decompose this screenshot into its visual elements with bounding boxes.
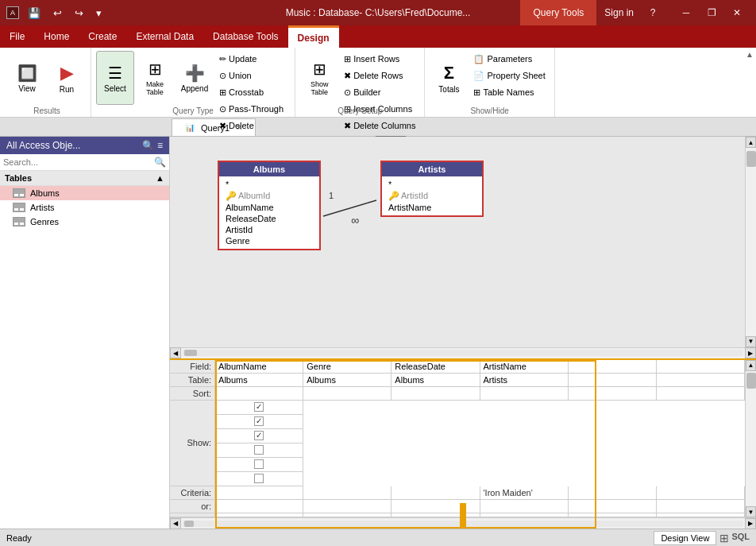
grid-hscroll-left[interactable]: ◀ xyxy=(170,518,181,529)
hscroll-left[interactable]: ◀ xyxy=(170,347,181,358)
sidebar-item-genres[interactable]: Genres xyxy=(0,215,169,229)
select-button[interactable]: ☰ Select xyxy=(96,51,134,105)
ribbon-collapse-button[interactable]: ▲ xyxy=(743,48,756,60)
show-genre[interactable] xyxy=(215,415,303,429)
show-albumname[interactable] xyxy=(215,401,303,415)
update-button[interactable]: ✏ Update xyxy=(215,51,290,67)
sign-in-text[interactable]: Sign in xyxy=(604,7,634,18)
show-col6[interactable] xyxy=(215,472,303,486)
design-vscroll[interactable]: ▲ ▼ xyxy=(745,137,756,347)
grid-hscroll-right[interactable]: ▶ xyxy=(745,518,756,529)
table-releasedate[interactable]: Albums xyxy=(392,373,480,386)
grid-vscroll[interactable]: ▲ ▼ xyxy=(745,360,756,518)
field-artistname[interactable]: ArtistName xyxy=(480,360,568,374)
vscroll-up[interactable]: ▲ xyxy=(746,137,756,148)
customize-button[interactable]: ▾ xyxy=(92,6,106,21)
or-genre[interactable] xyxy=(303,500,392,513)
show-artistname[interactable] xyxy=(215,443,303,458)
sort-releasedate[interactable] xyxy=(392,386,480,400)
menu-create[interactable]: Create xyxy=(79,25,126,48)
restore-button[interactable]: ❐ xyxy=(699,0,724,25)
crosstab-button[interactable]: ⊞ Crosstab xyxy=(215,84,290,100)
table-names-button[interactable]: ⊞ Table Names xyxy=(469,84,549,100)
field-releasedate[interactable]: ReleaseDate xyxy=(392,360,480,374)
show-albumname-checkbox[interactable] xyxy=(254,402,264,412)
field-genre[interactable]: Genre xyxy=(303,360,392,374)
extra1-col2[interactable] xyxy=(303,513,392,517)
run-button[interactable]: ▶ Run xyxy=(48,51,86,105)
append-button[interactable]: ➕ Append xyxy=(176,51,214,105)
show-releasedate-checkbox[interactable] xyxy=(254,431,264,440)
table-albumname[interactable]: Albums xyxy=(215,373,303,386)
or-albumname[interactable] xyxy=(215,500,303,513)
menu-file[interactable]: File xyxy=(0,25,34,48)
hscroll-right[interactable]: ▶ xyxy=(745,347,756,358)
tables-section-header[interactable]: Tables ▲ xyxy=(0,171,169,186)
criteria-col6[interactable] xyxy=(656,486,744,500)
menu-external-data[interactable]: External Data xyxy=(126,25,203,48)
design-view-button[interactable]: Design View xyxy=(654,531,716,545)
criteria-col5[interactable] xyxy=(568,486,656,500)
criteria-albumname[interactable] xyxy=(215,486,303,500)
menu-design[interactable]: Design xyxy=(288,25,339,48)
criteria-releasedate[interactable] xyxy=(392,486,480,500)
criteria-genre[interactable] xyxy=(303,486,392,500)
or-artistname[interactable] xyxy=(480,500,568,513)
table-col6[interactable] xyxy=(656,373,744,386)
field-albumname[interactable]: AlbumName xyxy=(215,360,303,374)
sort-col6[interactable] xyxy=(656,386,744,400)
search-input[interactable] xyxy=(3,157,154,167)
table-col5[interactable] xyxy=(568,373,656,386)
close-button[interactable]: ✕ xyxy=(724,0,750,25)
datasheet-view-icon[interactable]: ⊞ xyxy=(719,532,729,544)
delete-columns-button[interactable]: ✖ Delete Columns xyxy=(340,118,419,134)
help-button[interactable]: ? xyxy=(640,0,665,25)
totals-button[interactable]: Σ Totals xyxy=(430,51,468,105)
show-table-button[interactable]: ⊞ Show Table xyxy=(300,51,338,105)
vscroll-down[interactable]: ▼ xyxy=(746,336,756,347)
criteria-artistname[interactable]: 'Iron Maiden' xyxy=(480,486,568,500)
field-col6[interactable] xyxy=(656,360,744,374)
show-releasedate[interactable] xyxy=(215,429,303,443)
sidebar-item-albums[interactable]: Albums xyxy=(0,186,169,200)
grid-vscroll-down[interactable]: ▼ xyxy=(746,506,756,517)
union-button[interactable]: ⊙ Union xyxy=(215,68,290,83)
show-col6-checkbox[interactable] xyxy=(254,474,264,483)
or-col6[interactable] xyxy=(656,500,744,513)
sidebar-item-artists[interactable]: Artists xyxy=(0,200,169,215)
sql-view-icon[interactable]: SQL xyxy=(731,532,750,544)
extra1-col6[interactable] xyxy=(656,513,744,517)
menu-home[interactable]: Home xyxy=(34,25,79,48)
delete-rows-button[interactable]: ✖ Delete Rows xyxy=(340,68,419,83)
table-artistname[interactable]: Artists xyxy=(480,373,568,386)
grid-vscroll-up[interactable]: ▲ xyxy=(746,360,756,371)
view-button[interactable]: 🔲 View xyxy=(8,51,46,105)
delete-button[interactable]: ✖ Delete xyxy=(215,118,290,134)
save-button[interactable]: 💾 xyxy=(24,6,44,21)
extra1-col1[interactable] xyxy=(215,513,303,517)
sort-artistname[interactable] xyxy=(480,386,568,400)
show-genre-checkbox[interactable] xyxy=(254,416,264,426)
sort-albumname[interactable] xyxy=(215,386,303,400)
field-col5[interactable] xyxy=(568,360,656,374)
extra1-col4[interactable] xyxy=(480,513,568,517)
undo-button[interactable]: ↩ xyxy=(49,6,66,21)
query-design-area[interactable]: 1 ∞ Albums * 🔑AlbumId AlbumName ReleaseD… xyxy=(170,137,756,347)
table-genre[interactable]: Albums xyxy=(303,373,392,386)
show-col5-checkbox[interactable] xyxy=(254,459,264,469)
sort-col5[interactable] xyxy=(568,386,656,400)
design-hscroll[interactable]: ◀ ▶ xyxy=(170,347,756,358)
menu-database-tools[interactable]: Database Tools xyxy=(203,25,288,48)
redo-button[interactable]: ↪ xyxy=(71,6,87,21)
builder-button[interactable]: ⊙ Builder xyxy=(340,84,419,100)
show-artistname-checkbox[interactable] xyxy=(254,445,264,455)
sort-genre[interactable] xyxy=(303,386,392,400)
extra1-col5[interactable] xyxy=(568,513,656,517)
property-sheet-button[interactable]: 📄 Property Sheet xyxy=(469,68,549,83)
minimize-button[interactable]: ─ xyxy=(673,0,699,25)
show-col5[interactable] xyxy=(215,458,303,472)
parameters-button[interactable]: 📋 Parameters xyxy=(469,51,549,67)
or-col5[interactable] xyxy=(568,500,656,513)
insert-rows-button[interactable]: ⊞ Insert Rows xyxy=(340,51,419,67)
make-table-button[interactable]: ⊞ Make Table xyxy=(136,51,174,105)
